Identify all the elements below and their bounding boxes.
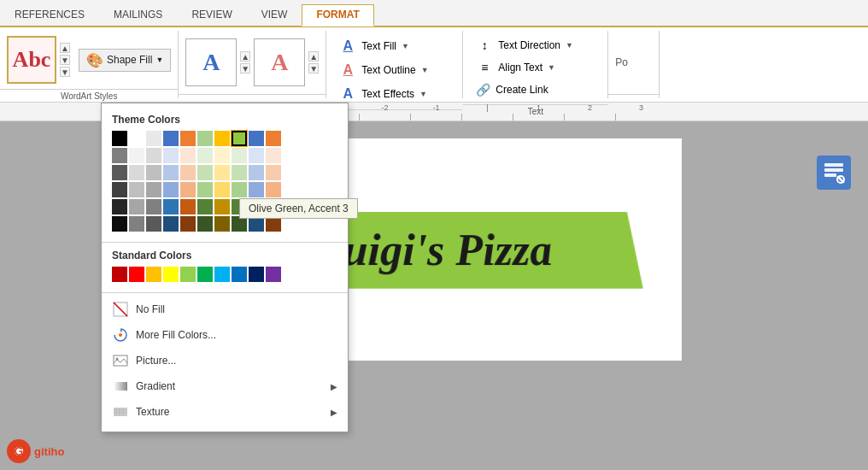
- std-color-8[interactable]: [249, 267, 264, 282]
- scroll-expand-arrow[interactable]: ▼: [60, 67, 70, 77]
- theme-color-3-9[interactable]: [266, 182, 281, 197]
- text-align-arrow[interactable]: ▼: [548, 63, 555, 72]
- theme-color-2-3[interactable]: [163, 165, 179, 180]
- theme-color-5-0[interactable]: [112, 216, 127, 232]
- theme-color-5-3[interactable]: [163, 216, 179, 232]
- theme-color-5-2[interactable]: [146, 216, 161, 232]
- theme-color-5-1[interactable]: [129, 216, 144, 232]
- theme-color-0-0[interactable]: [112, 131, 127, 146]
- theme-color-2-6[interactable]: [214, 165, 230, 180]
- theme-color-0-9[interactable]: [266, 131, 281, 146]
- theme-color-2-7[interactable]: [232, 165, 247, 180]
- theme-color-0-2[interactable]: [146, 131, 161, 146]
- text-align-button[interactable]: ≡ Align Text ▼: [470, 58, 561, 77]
- theme-color-2-8[interactable]: [249, 165, 264, 180]
- abc-button[interactable]: Abc: [7, 36, 56, 84]
- theme-color-0-7[interactable]: [232, 131, 247, 146]
- theme-color-1-6[interactable]: [214, 148, 230, 163]
- wordart-pink-a[interactable]: A: [254, 38, 305, 86]
- texture-item[interactable]: Texture ▶: [102, 399, 348, 425]
- preview-down-arrow[interactable]: ▼: [240, 63, 250, 73]
- theme-color-4-8[interactable]: [249, 199, 264, 214]
- theme-color-1-2[interactable]: [146, 148, 161, 163]
- shape-fill-dropdown-arrow[interactable]: ▼: [155, 56, 163, 64]
- std-color-1[interactable]: [129, 267, 144, 282]
- theme-color-1-8[interactable]: [249, 148, 264, 163]
- preview-up-arrow[interactable]: ▲: [240, 51, 250, 62]
- theme-color-2-4[interactable]: [180, 165, 196, 180]
- scroll-down-arrow[interactable]: ▼: [60, 55, 70, 65]
- theme-color-1-4[interactable]: [180, 148, 196, 163]
- theme-color-4-3[interactable]: [163, 199, 179, 214]
- no-fill-item[interactable]: No Fill: [102, 297, 348, 322]
- theme-color-4-7[interactable]: [232, 199, 247, 214]
- theme-color-2-5[interactable]: [197, 165, 213, 180]
- theme-color-3-4[interactable]: [180, 182, 196, 197]
- theme-color-5-8[interactable]: [249, 216, 264, 232]
- text-direction-button[interactable]: ↕ Text Direction ▼: [470, 36, 579, 55]
- theme-color-5-4[interactable]: [180, 216, 196, 232]
- theme-color-5-5[interactable]: [197, 216, 213, 232]
- theme-color-4-9[interactable]: [266, 199, 281, 214]
- text-fill-button[interactable]: A Text Fill ▼: [333, 36, 415, 56]
- theme-color-4-6[interactable]: [214, 199, 230, 214]
- theme-color-4-0[interactable]: [112, 199, 127, 214]
- theme-color-3-5[interactable]: [197, 182, 213, 197]
- theme-color-0-6[interactable]: [214, 131, 230, 146]
- theme-color-1-5[interactable]: [197, 148, 213, 163]
- theme-color-2-1[interactable]: [129, 165, 144, 180]
- std-color-4[interactable]: [180, 267, 196, 282]
- theme-color-3-8[interactable]: [249, 182, 264, 197]
- theme-color-5-6[interactable]: [214, 216, 230, 232]
- theme-color-1-9[interactable]: [266, 148, 281, 163]
- theme-color-4-1[interactable]: [129, 199, 144, 214]
- std-color-7[interactable]: [232, 267, 247, 282]
- theme-color-3-1[interactable]: [129, 182, 144, 197]
- text-effects-arrow[interactable]: ▼: [419, 90, 427, 98]
- tab-review[interactable]: REVIEW: [177, 4, 246, 26]
- preview2-down-arrow[interactable]: ▼: [308, 63, 319, 73]
- theme-color-4-2[interactable]: [146, 199, 161, 214]
- theme-color-4-4[interactable]: [180, 199, 196, 214]
- theme-color-1-0[interactable]: [112, 148, 127, 163]
- text-direction-arrow[interactable]: ▼: [566, 41, 573, 50]
- theme-color-3-0[interactable]: [112, 182, 127, 197]
- theme-color-0-8[interactable]: [249, 131, 264, 146]
- tab-mailings[interactable]: MAILINGS: [99, 4, 177, 26]
- std-color-2[interactable]: [146, 267, 161, 282]
- theme-color-5-9[interactable]: [266, 216, 281, 232]
- create-link-button[interactable]: 🔗 Create Link: [470, 80, 554, 99]
- theme-color-2-9[interactable]: [266, 165, 281, 180]
- scroll-up-arrow[interactable]: ▲: [60, 43, 70, 53]
- wordart-blue-a[interactable]: A: [185, 38, 237, 86]
- more-fill-colors-item[interactable]: More Fill Colors...: [102, 322, 348, 348]
- picture-item[interactable]: Picture...: [102, 348, 348, 373]
- theme-color-0-4[interactable]: [180, 131, 196, 146]
- std-color-3[interactable]: [163, 267, 179, 282]
- theme-color-0-3[interactable]: [163, 131, 179, 146]
- std-color-0[interactable]: [112, 267, 127, 282]
- theme-color-2-0[interactable]: [112, 165, 127, 180]
- std-color-5[interactable]: [197, 267, 213, 282]
- theme-color-1-1[interactable]: [129, 148, 144, 163]
- theme-color-5-7[interactable]: [232, 216, 247, 232]
- preview2-up-arrow[interactable]: ▲: [308, 51, 319, 62]
- theme-color-3-6[interactable]: [214, 182, 230, 197]
- tab-view[interactable]: VIEW: [247, 4, 302, 26]
- std-color-6[interactable]: [214, 267, 230, 282]
- text-outline-arrow[interactable]: ▼: [421, 66, 429, 74]
- theme-color-3-7[interactable]: [232, 182, 247, 197]
- text-effects-button[interactable]: A Text Effects ▼: [333, 84, 433, 104]
- std-color-9[interactable]: [266, 267, 281, 282]
- theme-color-3-2[interactable]: [146, 182, 161, 197]
- theme-color-4-5[interactable]: [197, 199, 213, 214]
- gradient-item[interactable]: Gradient ▶: [102, 373, 348, 399]
- theme-color-1-7[interactable]: [232, 148, 247, 163]
- theme-color-3-3[interactable]: [163, 182, 179, 197]
- theme-color-0-1[interactable]: [129, 131, 144, 146]
- tab-references[interactable]: REFERENCES: [0, 4, 99, 26]
- theme-color-2-2[interactable]: [146, 165, 161, 180]
- side-icon[interactable]: [817, 156, 851, 190]
- shape-fill-button[interactable]: 🎨 Shape Fill ▼: [79, 49, 171, 72]
- text-outline-button[interactable]: A Text Outline ▼: [333, 60, 434, 80]
